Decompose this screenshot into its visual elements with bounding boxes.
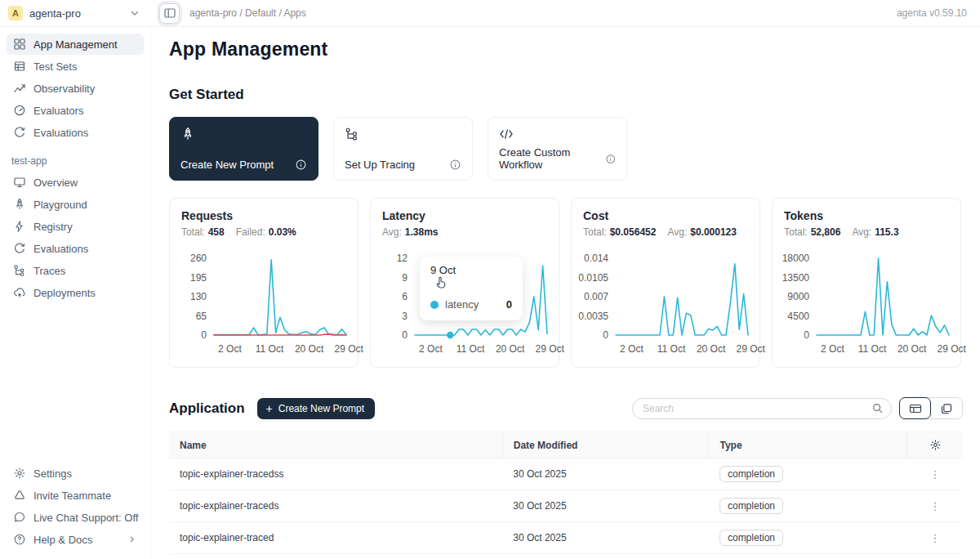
app-name: topic-explainer-traceds xyxy=(169,490,502,522)
info-icon[interactable] xyxy=(449,159,461,171)
row-menu-button[interactable]: ⋮ xyxy=(929,500,940,512)
tracing-icon xyxy=(345,127,359,141)
sidebar-item-observability[interactable]: Observability xyxy=(7,78,144,99)
sidebar-item-test-sets[interactable]: Test Sets xyxy=(7,56,144,77)
traces-icon xyxy=(13,264,26,277)
chart-plot[interactable] xyxy=(616,249,748,338)
info-icon[interactable] xyxy=(605,153,616,165)
set-up-tracing-card[interactable]: Set Up Tracing xyxy=(333,117,473,181)
rocket-icon xyxy=(13,198,26,211)
sidebar-item-live-chat-support[interactable]: Live Chat Support: Off xyxy=(7,507,144,528)
app-date-modified: 30 Oct 2025 xyxy=(502,490,709,522)
sidebar-item-settings[interactable]: Settings xyxy=(7,463,144,484)
button-label: Create New Prompt xyxy=(278,403,364,414)
chevron-down-icon xyxy=(128,7,141,20)
column-header-date-modified: Date Modified xyxy=(502,432,709,458)
sidebar-item-label: Playground xyxy=(33,199,87,211)
invite-icon xyxy=(13,489,26,502)
sidebar-item-evaluations[interactable]: Evaluations xyxy=(7,122,144,143)
sidebar-item-label: Test Sets xyxy=(33,60,77,73)
chart-stats: Total:$0.056452Avg:$0.000123 xyxy=(583,226,748,238)
app-name: topic-explainer-traced xyxy=(169,522,502,554)
metric-charts: Requests Total:458Failed:0.03% 065130195… xyxy=(169,198,963,368)
type-badge: completion xyxy=(719,466,783,482)
table-row[interactable]: topic-explainer-traced 30 Oct 2025 compl… xyxy=(169,522,963,554)
card-label: Create New Prompt xyxy=(180,159,274,171)
chart-title: Requests xyxy=(181,209,346,222)
sidebar-item-registry[interactable]: Registry xyxy=(7,216,144,237)
observability-icon xyxy=(13,82,26,95)
sidebar-item-overview[interactable]: Overview xyxy=(7,172,144,193)
card-label: Set Up Tracing xyxy=(345,159,415,171)
gear-icon xyxy=(13,467,26,480)
cost-chart-card: Cost Total:$0.056452Avg:$0.000123 00.003… xyxy=(571,198,760,368)
create-new-prompt-button[interactable]: + Create New Prompt xyxy=(257,398,376,419)
info-icon[interactable] xyxy=(295,159,307,171)
y-axis-labels: 00.00350.0070.01050.014 xyxy=(583,249,616,338)
sidebar-item-label: Settings xyxy=(33,467,72,480)
table-row[interactable]: topic-explainer-tracedss 30 Oct 2025 com… xyxy=(169,458,963,490)
sidebar-item-label: Live Chat Support: Off xyxy=(33,512,138,524)
card-view-button[interactable] xyxy=(930,398,962,418)
sidebar-item-label: Overview xyxy=(33,177,78,189)
latency-chart-card: Latency Avg:1.38ms 036912 2 Oct11 Oct20 … xyxy=(370,198,559,368)
chart-plot[interactable] xyxy=(817,249,949,338)
sidebar-item-traces[interactable]: Traces xyxy=(7,260,144,281)
create-new-prompt-card[interactable]: Create New Prompt xyxy=(169,117,318,181)
chart-stats: Avg:1.38ms xyxy=(382,226,547,238)
collapse-sidebar-button[interactable] xyxy=(159,3,180,24)
sidebar-item-help-docs[interactable]: Help & Docs xyxy=(7,529,144,550)
app-date-modified: 30 Oct 2025 xyxy=(502,522,709,554)
breadcrumb[interactable]: agenta-pro / Default / Apps xyxy=(189,7,306,19)
get-started-title: Get Started xyxy=(169,87,963,103)
table-row[interactable]: career-assessment 27 Oct 2025 completion… xyxy=(169,554,963,559)
sidebar-item-evaluations-project[interactable]: Evaluations xyxy=(7,238,144,259)
row-menu-button[interactable]: ⋮ xyxy=(929,532,940,544)
table-row[interactable]: topic-explainer-traceds 30 Oct 2025 comp… xyxy=(169,490,963,522)
sidebar-item-playground[interactable]: Playground xyxy=(7,194,144,215)
app-name: topic-explainer-tracedss xyxy=(169,458,502,490)
table-view-icon xyxy=(909,402,922,415)
gear-icon xyxy=(929,439,942,451)
tooltip-series-name: latency xyxy=(445,298,479,311)
chevron-right-icon xyxy=(127,534,137,544)
table-view-button[interactable] xyxy=(899,397,931,419)
y-axis-labels: 0450090001350018000 xyxy=(784,249,817,338)
search-box[interactable] xyxy=(632,398,892,419)
topbar: A agenta-pro agenta-pro / Default / Apps… xyxy=(0,0,980,27)
series-dot xyxy=(430,301,439,309)
chart-title: Cost xyxy=(583,209,748,222)
requests-chart-card: Requests Total:458Failed:0.03% 065130195… xyxy=(169,198,359,368)
lightning-icon xyxy=(13,220,26,233)
page-title: App Management xyxy=(169,38,963,60)
evaluations-icon xyxy=(13,126,26,139)
rocket-icon xyxy=(180,127,195,141)
sidebar-item-app-management[interactable]: App Management xyxy=(7,34,144,55)
sidebar-item-deployments[interactable]: Deployments xyxy=(7,282,144,303)
x-axis-labels: 2 Oct11 Oct20 Oct29 Oct xyxy=(627,343,760,356)
column-settings-button[interactable] xyxy=(907,432,963,458)
tokens-chart-card: Tokens Total:52,806Avg:115.3 04500900013… xyxy=(772,198,961,368)
sidebar-item-invite-teammate[interactable]: Invite Teammate xyxy=(7,485,144,506)
get-started-cards: Create New Prompt Set Up Tracing Create … xyxy=(169,117,963,181)
search-input[interactable] xyxy=(643,403,871,414)
gauge-icon xyxy=(13,104,26,117)
help-icon xyxy=(13,533,26,546)
row-menu-button[interactable]: ⋮ xyxy=(929,468,940,481)
x-axis-labels: 2 Oct11 Oct20 Oct29 Oct xyxy=(426,343,559,356)
monitor-icon xyxy=(13,176,26,189)
chat-icon xyxy=(13,511,26,524)
x-axis-labels: 2 Oct11 Oct20 Oct29 Oct xyxy=(225,343,358,356)
create-custom-workflow-card[interactable]: Create Custom Workflow xyxy=(488,117,627,181)
sidebar-item-evaluators[interactable]: Evaluators xyxy=(7,100,144,121)
type-badge: completion xyxy=(719,498,783,514)
sidebar-item-label: App Management xyxy=(33,38,118,51)
sidebar-item-label: Observability xyxy=(33,83,95,95)
workspace-selector[interactable]: A agenta-pro xyxy=(0,6,151,20)
y-axis-labels: 065130195260 xyxy=(181,249,214,338)
chart-title: Tokens xyxy=(784,209,949,222)
card-view-icon xyxy=(940,402,953,415)
chart-plot[interactable] xyxy=(214,249,346,338)
x-axis-labels: 2 Oct11 Oct20 Oct29 Oct xyxy=(828,343,960,356)
search-icon[interactable] xyxy=(871,402,884,414)
